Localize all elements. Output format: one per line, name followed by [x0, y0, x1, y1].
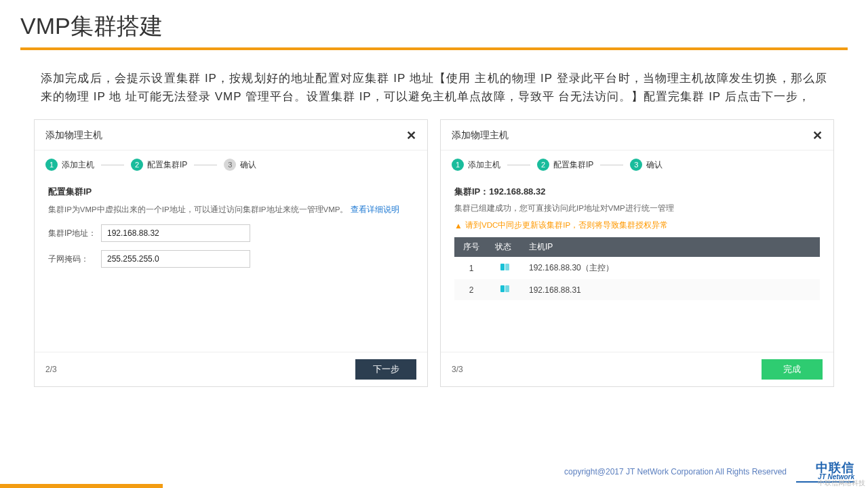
page-title: VMP集群搭建 [0, 0, 868, 46]
subnet-mask-input[interactable] [101, 250, 250, 268]
cluster-desc: 集群已组建成功，您可直接访问此IP地址对VMP进行统一管理 [454, 203, 820, 214]
left-panel-header: 添加物理主机 ✕ [35, 120, 427, 150]
host-table: 序号 状态 主机IP 1 192.168.88.30（主控） 2 192.168 [454, 237, 820, 300]
left-panel-footer: 2/3 下一步 [35, 352, 427, 386]
footer-accent [0, 484, 163, 488]
desc-text: 集群IP为VMP中虚拟出来的一个IP地址，可以通过访问集群IP地址来统一管理VM… [48, 205, 348, 214]
warning-text: 请到VDC中同步更新该集群IP，否则将导致集群授权异常 [465, 220, 668, 230]
th-seq: 序号 [454, 237, 488, 257]
left-step-2: 2 配置集群IP [131, 159, 187, 171]
next-button[interactable]: 下一步 [355, 359, 416, 380]
step-badge: 3 [630, 159, 642, 171]
left-panel: 添加物理主机 ✕ 1 添加主机 2 配置集群IP 3 确认 配置集群IP 集群I… [34, 119, 428, 387]
table-row: 1 192.168.88.30（主控） [454, 257, 820, 279]
left-panel-body: 配置集群IP 集群IP为VMP中虚拟出来的一个IP地址，可以通过访问集群IP地址… [35, 179, 427, 352]
section-title: 配置集群IP [48, 186, 414, 198]
right-panel-footer: 3/3 完成 [441, 352, 833, 386]
step-divider [194, 165, 217, 165]
page-indicator: 2/3 [45, 365, 57, 374]
left-panel-title: 添加物理主机 [45, 129, 102, 142]
footer: copyright@2017 JT NetWork Corporation Al… [0, 455, 868, 488]
close-icon[interactable]: ✕ [406, 128, 416, 143]
td-state [488, 279, 522, 300]
desc-link[interactable]: 查看详细说明 [351, 205, 399, 214]
form-row-mask: 子网掩码： [48, 250, 414, 268]
close-icon[interactable]: ✕ [812, 128, 823, 143]
th-state: 状态 [488, 237, 522, 257]
right-step-1: 1 添加主机 [452, 159, 500, 171]
table-row: 2 192.168.88.31 [454, 279, 820, 300]
td-hostip: 192.168.88.31 [522, 279, 820, 300]
copyright: copyright@2017 JT NetWork Corporation Al… [564, 467, 787, 476]
step-label: 确认 [240, 159, 256, 171]
step-divider [507, 165, 530, 165]
right-step-2: 2 配置集群IP [537, 159, 593, 171]
cluster-ip-input[interactable] [101, 224, 250, 242]
section-desc: 集群IP为VMP中虚拟出来的一个IP地址，可以通过访问集群IP地址来统一管理VM… [48, 205, 414, 215]
panels-row: 添加物理主机 ✕ 1 添加主机 2 配置集群IP 3 确认 配置集群IP 集群I… [0, 119, 868, 387]
step-badge: 1 [452, 159, 464, 171]
form-row-ip: 集群IP地址： [48, 224, 414, 242]
step-badge: 2 [537, 159, 549, 171]
left-stepper: 1 添加主机 2 配置集群IP 3 确认 [35, 150, 427, 179]
host-status-icon [500, 263, 510, 271]
step-divider [101, 165, 124, 165]
right-panel-title: 添加物理主机 [452, 129, 509, 142]
right-panel-header: 添加物理主机 ✕ [441, 120, 833, 150]
step-badge: 1 [45, 159, 58, 171]
right-panel-body: 集群IP：192.168.88.32 集群已组建成功，您可直接访问此IP地址对V… [441, 179, 833, 352]
brand-cn: 中联信 [816, 462, 854, 474]
step-label: 配置集群IP [553, 159, 593, 171]
host-status-icon [500, 285, 510, 293]
warning-line: ▲ 请到VDC中同步更新该集群IP，否则将导致集群授权异常 [454, 220, 820, 230]
td-seq: 1 [454, 257, 488, 279]
td-seq: 2 [454, 279, 488, 300]
td-state [488, 257, 522, 279]
left-step-3: 3 确认 [224, 159, 256, 171]
warning-icon: ▲ [454, 222, 462, 230]
th-hostip: 主机IP [522, 237, 820, 257]
cluster-ip-title: 集群IP：192.168.88.32 [454, 186, 820, 198]
ip-label: 集群IP地址： [48, 228, 101, 239]
step-divider [600, 165, 623, 165]
step-label: 确认 [646, 159, 663, 171]
step-badge: 2 [131, 159, 143, 171]
intro-paragraph: 添加完成后，会提示设置集群 IP，按规划好的地址配置对应集群 IP 地址【使用 … [0, 50, 868, 119]
left-step-1: 1 添加主机 [45, 159, 94, 171]
right-panel: 添加物理主机 ✕ 1 添加主机 2 配置集群IP 3 确认 集群IP：192.1… [440, 119, 834, 387]
step-label: 添加主机 [62, 159, 94, 171]
watermark: 中联信网络科技 [818, 479, 865, 488]
page-indicator: 3/3 [452, 365, 463, 374]
mask-label: 子网掩码： [48, 253, 101, 265]
step-label: 配置集群IP [147, 159, 187, 171]
finish-button[interactable]: 完成 [762, 359, 823, 380]
right-step-3: 3 确认 [630, 159, 663, 171]
step-label: 添加主机 [468, 159, 500, 171]
right-stepper: 1 添加主机 2 配置集群IP 3 确认 [441, 150, 833, 179]
step-badge: 3 [224, 159, 236, 171]
td-hostip: 192.168.88.30（主控） [522, 257, 820, 279]
